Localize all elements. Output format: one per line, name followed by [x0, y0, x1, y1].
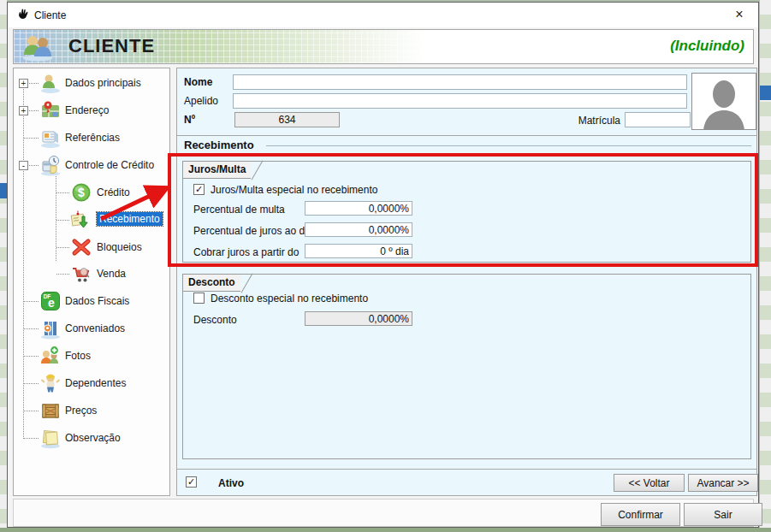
- sidebar-item-label: Endereço: [65, 104, 109, 116]
- desconto-label: Desconto: [193, 314, 237, 326]
- desconto-input: [305, 311, 412, 326]
- background-app-strip: [0, 528, 771, 532]
- notes-icon: [39, 427, 62, 449]
- matricula-input[interactable]: [625, 112, 691, 127]
- mode-badge: (Incluindo): [670, 38, 744, 55]
- sidebar-item-label: Crédito: [97, 186, 130, 198]
- sidebar-item-fotos[interactable]: Fotos: [14, 342, 169, 369]
- apelido-label: Apelido: [184, 95, 218, 107]
- desconto-tab: Desconto: [182, 274, 240, 292]
- sidebar-item-label: Dependentes: [65, 377, 126, 389]
- juros-dia-input[interactable]: [305, 222, 412, 237]
- dollar-icon: $: [70, 181, 92, 204]
- add-people-icon: [39, 345, 62, 367]
- sidebar-item-label-selected: Recebimento: [97, 212, 163, 226]
- avancar-button[interactable]: Avancar >>: [688, 474, 758, 492]
- cart-icon: [70, 263, 92, 285]
- sidebar-item-dependentes[interactable]: Dependentes: [14, 369, 169, 397]
- sidebar-item-precos[interactable]: Preços: [14, 397, 169, 424]
- voltar-button[interactable]: << Voltar: [614, 474, 685, 492]
- sidebar-item-conveniados[interactable]: Conveniados: [14, 315, 169, 342]
- background-selected-row: [0, 183, 7, 198]
- sidebar-item-label: Referências: [65, 132, 120, 144]
- main-panel: Nome Apelido Nº Matrícula Recebimento Ju…: [176, 68, 757, 496]
- header-banner: CLIENTE (Incluindo): [13, 29, 754, 64]
- map-icon: [39, 99, 62, 121]
- books-icon: [39, 317, 62, 340]
- dfe-icon: DFe: [39, 290, 62, 312]
- nav-strip: ✓ Ativo << Voltar Avancar >>: [177, 469, 756, 496]
- child-icon: [39, 372, 62, 394]
- sidebar-item-observacao[interactable]: Observação: [14, 424, 169, 452]
- titlebar: Cliente ×: [8, 3, 758, 27]
- sidebar-item-label: Conveniados: [65, 322, 125, 334]
- hand-icon: [16, 8, 30, 25]
- background-app-strip: [760, 0, 771, 532]
- sidebar-item-label: Fotos: [65, 350, 91, 362]
- sair-button[interactable]: Sair: [684, 503, 762, 526]
- sidebar-item-label: Bloqueios: [97, 241, 142, 253]
- desconto-checkbox[interactable]: [193, 293, 205, 304]
- desconto-group: Desconto Desconto especial no recebiment…: [182, 274, 751, 459]
- sidebar-item-label: Venda: [97, 268, 126, 280]
- collapse-toggle-icon[interactable]: -: [19, 161, 28, 170]
- photo-placeholder: [691, 73, 756, 130]
- sidebar-item-recebimento[interactable]: Recebimento: [14, 206, 169, 233]
- juros-dia-label: Percentual de juros ao dia: [193, 225, 312, 237]
- svg-text:e: e: [48, 296, 55, 310]
- ativo-checkbox[interactable]: ✓: [186, 476, 197, 488]
- matricula-label: Matrícula: [564, 115, 620, 127]
- juros-checkbox[interactable]: ✓: [193, 184, 205, 195]
- check-icon: ✓: [195, 184, 203, 194]
- check-icon: ✓: [187, 476, 195, 487]
- screen: Cliente × CLIENTE (Incluindo): [0, 0, 771, 532]
- multa-label: Percentual de multa: [193, 204, 285, 216]
- person-icon: [39, 72, 62, 94]
- sidebar-item-label: Dados principais: [65, 77, 141, 89]
- background-selected-row: [760, 86, 771, 100]
- cobrar-juros-label: Cobrar juros a partir do: [193, 246, 299, 258]
- sidebar-item-dados-fiscais[interactable]: DFe Dados Fiscais: [14, 287, 169, 315]
- page-title: CLIENTE: [68, 35, 155, 57]
- numero-field: [234, 112, 340, 127]
- sidebar-item-referencias[interactable]: Referências: [14, 124, 169, 151]
- footer-bar: Confirmar Sair: [13, 499, 754, 527]
- numero-label: Nº: [184, 114, 195, 126]
- section-divider: [266, 145, 751, 146]
- identity-form: Nome Apelido Nº Matrícula: [177, 68, 756, 136]
- multa-input[interactable]: [305, 201, 412, 216]
- desconto-checkbox-label: Desconto especial no recebimento: [211, 293, 368, 304]
- cobrar-juros-input[interactable]: [305, 244, 412, 258]
- expand-toggle-icon[interactable]: +: [19, 79, 28, 88]
- sidebar-item-endereco[interactable]: + Endereço: [14, 97, 169, 124]
- cliente-window: Cliente × CLIENTE (Incluindo): [7, 2, 759, 528]
- sidebar-item-bloqueios[interactable]: Bloqueios: [14, 233, 169, 261]
- note-download-icon: [70, 209, 92, 231]
- crate-icon: [39, 399, 62, 422]
- nome-label: Nome: [184, 76, 212, 88]
- sidebar-item-venda[interactable]: Venda: [14, 260, 169, 287]
- clients-icon: [21, 33, 55, 65]
- close-button[interactable]: ×: [726, 4, 753, 25]
- sidebar-tree: + Dados principais + Endereço Ref: [13, 68, 170, 496]
- sidebar-item-label: Observação: [65, 432, 121, 444]
- sidebar-item-dados-principais[interactable]: + Dados principais: [14, 69, 169, 97]
- nome-input[interactable]: [233, 74, 687, 90]
- apelido-input[interactable]: [233, 93, 687, 109]
- sidebar-item-controle-credito[interactable]: - Controle de Crédito: [14, 151, 169, 179]
- sidebar-item-label: Dados Fiscais: [65, 295, 129, 307]
- sidebar-item-credito[interactable]: $ Crédito: [14, 179, 169, 206]
- juros-multa-group: Juros/Multa ✓ Juros/Multa especial no re…: [182, 161, 751, 263]
- references-icon: [39, 127, 62, 149]
- expand-toggle-icon[interactable]: +: [19, 106, 28, 115]
- red-x-icon: [70, 236, 92, 258]
- sidebar-item-label: Controle de Crédito: [65, 159, 154, 171]
- juros-multa-tab: Juros/Multa: [182, 161, 251, 179]
- background-app-strip: [0, 0, 7, 532]
- juros-checkbox-label: Juros/Multa especial no recebimento: [211, 184, 377, 196]
- section-title: Recebimento: [184, 139, 254, 151]
- credit-control-icon: [39, 154, 62, 176]
- window-title: Cliente: [34, 9, 66, 21]
- avatar-silhouette-icon: [692, 74, 756, 129]
- confirmar-button[interactable]: Confirmar: [601, 503, 680, 526]
